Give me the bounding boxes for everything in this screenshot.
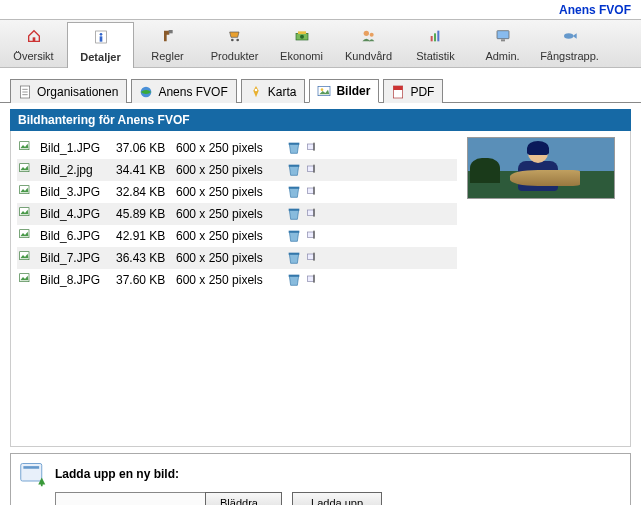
upload-panel: Ladda upp en ny bild: Bläddra... Ladda u…: [10, 453, 631, 505]
toolbar-item-regler[interactable]: Regler: [134, 22, 201, 67]
toolbar-label: Produkter: [204, 50, 265, 62]
fish-icon: [539, 25, 600, 49]
svg-rect-0: [32, 37, 35, 41]
toolbar-item-kundvrd[interactable]: Kundvård: [335, 22, 402, 67]
delete-button[interactable]: [284, 184, 304, 200]
pdf-icon: [390, 84, 406, 100]
users-icon: [338, 25, 399, 49]
svg-rect-13: [434, 33, 436, 41]
file-size: 32.84 KB: [116, 185, 176, 199]
svg-rect-3: [99, 36, 102, 41]
svg-rect-53: [289, 275, 300, 277]
svg-point-10: [363, 31, 368, 36]
sub-tabs: OrganisationenAnens FVOFKartaBilderPDF: [0, 68, 641, 103]
tab-bilder[interactable]: Bilder: [309, 79, 379, 103]
file-name[interactable]: Bild_8.JPG: [40, 273, 116, 287]
file-name[interactable]: Bild_6.JPG: [40, 229, 116, 243]
svg-rect-35: [313, 165, 314, 173]
svg-rect-9: [298, 31, 306, 34]
toolbar-item-fngstrapp[interactable]: Fångstrapp.: [536, 22, 603, 67]
rename-button[interactable]: [304, 272, 324, 288]
toolbar-label: Statistik: [405, 50, 466, 62]
tab-organisationen[interactable]: Organisationen: [10, 79, 127, 103]
browse-button[interactable]: Bläddra...: [205, 492, 282, 505]
rename-button[interactable]: [304, 184, 324, 200]
svg-point-11: [369, 33, 373, 37]
top-link-bar: Anens FVOF: [0, 0, 641, 19]
svg-point-25: [321, 88, 324, 91]
file-name[interactable]: Bild_7.JPG: [40, 251, 116, 265]
file-image-icon: [19, 273, 35, 287]
file-row: Bild_3.JPG32.84 KB600 x 250 pixels: [17, 181, 457, 203]
svg-rect-49: [289, 253, 300, 255]
delete-button[interactable]: [284, 250, 304, 266]
svg-rect-27: [394, 86, 403, 90]
delete-button[interactable]: [284, 140, 304, 156]
svg-rect-45: [289, 231, 300, 233]
upload-button[interactable]: Ladda upp: [292, 492, 382, 505]
svg-rect-31: [313, 143, 314, 151]
file-name[interactable]: Bild_1.JPG: [40, 141, 116, 155]
toolbar-item-statistik[interactable]: Statistik: [402, 22, 469, 67]
svg-rect-15: [497, 31, 509, 39]
file-input[interactable]: Bläddra...: [55, 492, 282, 505]
tab-label: Anens FVOF: [158, 85, 227, 99]
delete-button[interactable]: [284, 272, 304, 288]
svg-point-17: [564, 33, 573, 38]
pin-icon: [248, 84, 264, 100]
doc-icon: [17, 84, 33, 100]
toolbar-item-versikt[interactable]: Översikt: [0, 22, 67, 67]
rename-button[interactable]: [304, 228, 324, 244]
svg-rect-55: [313, 275, 314, 283]
delete-button[interactable]: [284, 228, 304, 244]
svg-rect-33: [289, 165, 300, 167]
upload-label: Ladda upp en ny bild:: [55, 467, 179, 481]
toolbar-label: Admin.: [472, 50, 533, 62]
tab-pdf[interactable]: PDF: [383, 79, 443, 103]
org-link[interactable]: Anens FVOF: [559, 3, 631, 17]
rename-button[interactable]: [304, 162, 324, 178]
image-preview[interactable]: [467, 137, 615, 199]
main-toolbar: ÖversiktDetaljerReglerProdukterEkonomiKu…: [0, 19, 641, 68]
file-dimensions: 600 x 250 pixels: [176, 185, 284, 199]
file-size: 34.41 KB: [116, 163, 176, 177]
rename-button[interactable]: [304, 140, 324, 156]
toolbar-label: Kundvård: [338, 50, 399, 62]
tab-karta[interactable]: Karta: [241, 79, 306, 103]
delete-button[interactable]: [284, 206, 304, 222]
file-image-icon: [19, 251, 35, 265]
svg-point-23: [254, 88, 257, 91]
panel-body: Bild_1.JPG37.06 KB600 x 250 pixelsBild_2…: [10, 131, 631, 447]
chart-icon: [405, 25, 466, 49]
svg-rect-57: [23, 466, 39, 469]
file-path-field[interactable]: [55, 492, 205, 505]
svg-rect-16: [501, 39, 505, 41]
toolbar-item-produkter[interactable]: Produkter: [201, 22, 268, 67]
tab-anensfvof[interactable]: Anens FVOF: [131, 79, 236, 103]
svg-point-8: [300, 35, 304, 39]
file-dimensions: 600 x 250 pixels: [176, 229, 284, 243]
svg-rect-51: [313, 253, 314, 261]
file-size: 42.91 KB: [116, 229, 176, 243]
image-icon: [316, 83, 332, 99]
file-dimensions: 600 x 250 pixels: [176, 163, 284, 177]
file-name[interactable]: Bild_3.JPG: [40, 185, 116, 199]
delete-button[interactable]: [284, 162, 304, 178]
file-name[interactable]: Bild_2.jpg: [40, 163, 116, 177]
file-image-icon: [19, 229, 35, 243]
svg-rect-39: [313, 187, 314, 195]
toolbar-item-detaljer[interactable]: Detaljer: [67, 22, 134, 68]
rename-button[interactable]: [304, 206, 324, 222]
file-name[interactable]: Bild_4.JPG: [40, 207, 116, 221]
toolbar-label: Regler: [137, 50, 198, 62]
svg-rect-34: [307, 166, 314, 171]
svg-rect-43: [313, 209, 314, 217]
toolbar-item-admin[interactable]: Admin.: [469, 22, 536, 67]
tab-label: PDF: [410, 85, 434, 99]
svg-rect-47: [313, 231, 314, 239]
rename-button[interactable]: [304, 250, 324, 266]
file-size: 45.89 KB: [116, 207, 176, 221]
toolbar-item-ekonomi[interactable]: Ekonomi: [268, 22, 335, 67]
info-icon: [70, 26, 131, 50]
svg-rect-58: [41, 481, 43, 486]
